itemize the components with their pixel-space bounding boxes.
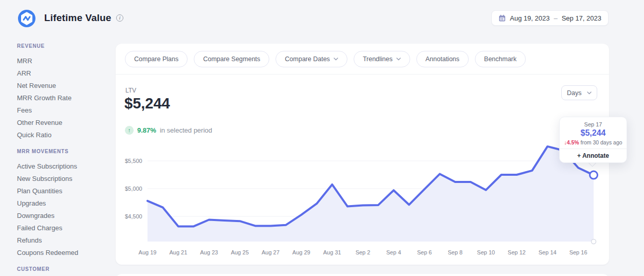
- chart-tooltip: Sep 17 $5,244 ↓4.5% from 30 days ago + A…: [559, 117, 627, 163]
- svg-text:Aug 29: Aug 29: [292, 249, 310, 255]
- tooltip-value: $5,244: [560, 128, 627, 138]
- annotate-button[interactable]: + Annotate: [560, 152, 627, 159]
- svg-text:Sep 8: Sep 8: [448, 249, 463, 255]
- svg-text:Sep 16: Sep 16: [569, 249, 587, 255]
- svg-text:Aug 27: Aug 27: [262, 249, 280, 255]
- svg-text:Sep 2: Sep 2: [356, 249, 371, 255]
- svg-text:Sep 14: Sep 14: [539, 249, 557, 255]
- svg-text:Aug 19: Aug 19: [139, 249, 157, 255]
- svg-text:Sep 12: Sep 12: [508, 249, 526, 255]
- tooltip-change: ↓4.5% from 30 days ago: [560, 139, 627, 145]
- svg-text:Aug 23: Aug 23: [200, 249, 218, 255]
- tooltip-change-percent: 4.5%: [567, 139, 579, 145]
- svg-text:Aug 21: Aug 21: [169, 249, 187, 255]
- svg-text:$5,500: $5,500: [125, 158, 142, 164]
- svg-text:Sep 10: Sep 10: [477, 249, 495, 255]
- svg-text:$5,000: $5,000: [125, 186, 142, 192]
- tooltip-date: Sep 17: [560, 121, 627, 127]
- svg-text:Aug 25: Aug 25: [231, 249, 249, 255]
- svg-text:Aug 31: Aug 31: [323, 249, 341, 255]
- svg-text:Sep 4: Sep 4: [387, 249, 401, 255]
- lifetime-value-page: Lifetime Value i Aug 19, 2023 – Sep 17, …: [0, 0, 644, 276]
- tooltip-divider: [560, 149, 627, 149]
- svg-text:$4,500: $4,500: [125, 213, 142, 219]
- svg-text:Sep 6: Sep 6: [417, 249, 432, 255]
- tooltip-change-suffix: from 30 days ago: [580, 139, 622, 145]
- ltv-chart[interactable]: $4,500$5,000$5,500Aug 19Aug 21Aug 23Aug …: [0, 0, 644, 276]
